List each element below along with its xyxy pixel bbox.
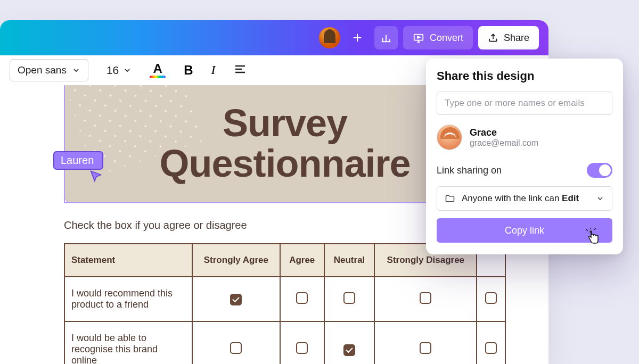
copy-link-label: Copy link [505,225,544,236]
upload-icon [488,32,498,43]
text-align-button[interactable] [234,63,247,78]
checkbox-cell [280,277,324,321]
text-color-letter-icon: A [153,62,162,75]
link-sharing-label: Link sharing on [437,165,502,176]
chevron-down-icon [123,66,132,75]
title-line-2: Questionnaire [159,142,410,185]
collaborator-cursor-tag: Lauren [53,151,103,184]
checkbox-cell [324,277,375,321]
cursor-pointer-icon [88,169,103,184]
checkbox-cell [324,321,375,364]
folder-icon [445,193,455,204]
font-family-select[interactable]: Open sans [10,59,88,81]
collaborator-name-label: Lauren [53,151,103,170]
text-color-button[interactable]: A [150,62,166,78]
checkbox-cell [374,321,477,364]
align-left-icon [234,63,247,76]
statement-cell[interactable]: I would be able to recognise this brand … [64,321,192,364]
bar-chart-icon [380,32,392,44]
pointer-hand-cursor-icon [585,228,601,248]
table-header: Strongly Agree [192,244,280,277]
table-header: Agree [280,244,324,277]
checkbox[interactable] [296,342,308,354]
plus-icon [351,32,363,44]
user-avatar [437,125,462,150]
checkbox-cell [192,321,280,364]
table-header: Neutral [324,244,375,277]
checkbox[interactable] [230,342,242,354]
checkbox[interactable] [485,342,497,354]
bold-button[interactable]: B [184,63,193,78]
checkbox[interactable] [343,292,355,304]
link-permission-select[interactable]: Anyone with the link can Edit [437,186,612,211]
font-family-value: Open sans [18,64,67,76]
checkbox-cell [477,277,505,321]
checkbox[interactable] [343,344,355,356]
checkbox[interactable] [420,292,431,304]
checkbox[interactable] [230,294,242,305]
analytics-button[interactable] [374,26,398,49]
rainbow-underline-icon [150,76,166,78]
chevron-down-icon [72,66,80,75]
user-email: grace@email.com [470,138,538,148]
convert-button[interactable]: Convert [403,26,473,49]
convert-label: Convert [430,32,463,44]
checkbox[interactable] [296,292,308,304]
table-row: I would be able to recognise this brand … [64,321,505,364]
add-button[interactable] [346,26,369,49]
checkbox[interactable] [485,292,497,304]
table-header: Statement [64,244,192,277]
statement-cell[interactable]: I would recommend this product to a frie… [64,277,192,321]
chevron-down-icon [596,194,604,203]
collaborator-avatar[interactable] [319,27,340,48]
checkbox-cell [374,277,477,321]
checkbox[interactable] [420,342,431,354]
font-size-select[interactable]: 16 [106,64,132,77]
user-name: Grace [470,127,538,138]
checkbox-cell [192,277,280,321]
share-label: Share [504,32,529,44]
top-bar: Convert Share [0,20,548,55]
shared-user-row: Grace grace@email.com [437,125,612,150]
share-panel-title: Share this design [437,69,612,83]
title-line-1: Survey [223,102,347,144]
permission-text: Anyone with the link can Edit [462,193,579,204]
share-button[interactable]: Share [478,26,539,49]
selection-handle[interactable] [64,200,68,203]
presentation-icon [413,32,424,44]
document-title[interactable]: Survey Questionnaire [159,103,410,184]
share-panel: Share this design Grace grace@email.com … [426,59,623,254]
survey-table: StatementStrongly AgreeAgreeNeutralStron… [64,243,506,364]
table-row: I would recommend this product to a frie… [64,277,505,321]
link-sharing-toggle[interactable] [587,163,612,178]
checkbox-cell [280,321,324,364]
font-size-value: 16 [106,64,119,77]
checkbox-cell [477,321,505,364]
italic-button[interactable]: I [211,63,216,77]
share-recipients-input[interactable] [437,92,612,115]
